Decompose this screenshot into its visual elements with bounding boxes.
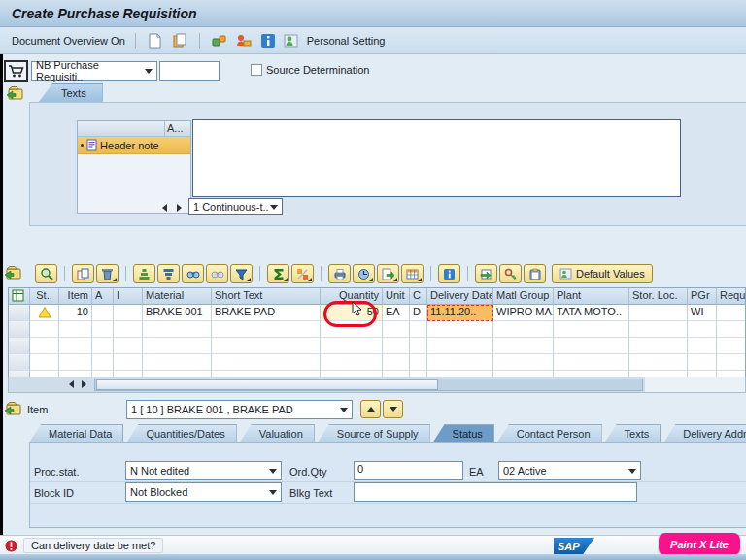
col-header-material[interactable]: Material [143, 288, 212, 305]
cell-plant[interactable]: TATA MOTO.. [554, 305, 629, 321]
table-settings-icon[interactable] [401, 264, 424, 283]
block-id-label-wrap: Block ID [34, 482, 123, 503]
tab-delivery-address[interactable]: Delivery Address [663, 424, 746, 443]
header-note-textarea[interactable] [192, 119, 681, 197]
table-row[interactable]: 10 BRAKE 001 BRAKE PAD 50 EA D 11.11.20.… [9, 305, 745, 321]
col-header-quantity[interactable]: Quantity [321, 288, 383, 305]
sort-ascending-icon[interactable] [133, 264, 155, 283]
export-icon[interactable] [377, 264, 399, 283]
ord-qty-input[interactable]: 0 [354, 461, 463, 480]
cell-item[interactable]: 10 [59, 305, 92, 321]
tab-material-data[interactable]: Material Data [29, 424, 123, 443]
copy-document-icon[interactable] [170, 31, 189, 50]
blkg-text-input[interactable] [354, 482, 637, 502]
sum-icon[interactable] [267, 264, 289, 283]
col-header-status[interactable]: St.. [30, 288, 59, 305]
item-overview-collapse-icon[interactable] [2, 263, 23, 282]
filter-icon[interactable] [230, 264, 253, 283]
info-icon[interactable] [258, 31, 278, 50]
info-icon[interactable] [438, 264, 460, 283]
previous-item-icon[interactable] [360, 400, 381, 418]
select-all-icon[interactable] [9, 288, 30, 305]
document-overview-button[interactable]: Document Overview On [12, 35, 125, 47]
item-detail-collapse-icon[interactable] [2, 399, 23, 418]
col-header-short-text[interactable]: Short Text [212, 288, 321, 305]
a-column-header: A... [164, 121, 190, 136]
tab-valuation[interactable]: Valuation [240, 424, 315, 443]
table-row-empty[interactable] [9, 338, 745, 354]
tab-texts[interactable]: Texts [605, 424, 661, 443]
col-header-item[interactable]: Item [59, 288, 92, 305]
scrollbar-track[interactable] [94, 379, 643, 391]
lock-settings-icon[interactable] [499, 264, 522, 283]
cell-delivery-date[interactable]: 11.11.20.. [427, 305, 493, 321]
tab-status[interactable]: Status [433, 424, 494, 443]
tab-quantities-dates[interactable]: Quantities/Dates [126, 424, 236, 443]
cell-requi[interactable] [717, 305, 746, 321]
table-row-empty[interactable] [9, 321, 745, 338]
row-select-cell[interactable] [9, 305, 30, 321]
table-row-empty[interactable] [9, 354, 745, 371]
list-item-header-note[interactable]: Header note [78, 137, 190, 154]
pager-right-icon[interactable] [173, 200, 186, 214]
status-network-icon[interactable] [210, 31, 229, 50]
col-header-c[interactable]: C [410, 288, 427, 305]
default-values-button[interactable]: Default Values [552, 264, 653, 283]
cell-unit[interactable]: EA [383, 305, 410, 321]
subtotal-icon[interactable] [291, 264, 314, 283]
cell-pgr[interactable]: WI [688, 305, 717, 321]
scrollbar-thumb[interactable] [96, 379, 438, 390]
active-status-select[interactable]: 02 Active [498, 461, 641, 480]
print-icon[interactable] [328, 264, 351, 283]
print-preview-icon[interactable] [353, 264, 375, 283]
document-type-select[interactable]: NB Purchase Requisiti.. [31, 61, 157, 81]
cell-stor-loc[interactable] [629, 305, 688, 321]
tab-texts-header[interactable]: Texts [39, 83, 103, 102]
cell-short-text[interactable]: BRAKE PAD [212, 305, 321, 321]
col-header-delivery-date[interactable]: Delivery Date [427, 288, 493, 305]
create-document-icon[interactable] [146, 31, 165, 50]
tab-contact-person[interactable]: Contact Person [497, 424, 602, 443]
search-icon[interactable] [182, 264, 204, 283]
personal-setting-label[interactable]: Personal Setting [307, 35, 386, 47]
blkg-text-label-wrap: Blkg Text [289, 482, 332, 503]
document-number-input[interactable] [159, 61, 220, 81]
col-header-i[interactable]: I [114, 288, 143, 305]
col-header-matl-group[interactable]: Matl Group [493, 288, 554, 305]
personal-setting-icon[interactable] [283, 31, 302, 50]
tab-source-of-supply[interactable]: Source of Supply [318, 424, 430, 443]
cell-i[interactable] [114, 305, 143, 321]
col-header-pgr[interactable]: PGr [688, 288, 717, 305]
col-header-plant[interactable]: Plant [554, 288, 629, 305]
detail-icon[interactable] [35, 264, 57, 283]
source-determination-checkbox[interactable] [251, 64, 262, 76]
messages-icon[interactable] [234, 31, 254, 50]
cell-material[interactable]: BRAKE 001 [143, 305, 212, 321]
search-next-icon[interactable] [206, 264, 228, 283]
cell-matl-group[interactable]: WIPRO MA.. [493, 305, 554, 321]
scroll-left-icon[interactable] [65, 378, 78, 392]
scroll-right-icon[interactable] [78, 378, 90, 392]
delete-item-icon[interactable] [96, 264, 119, 283]
text-type-select[interactable]: 1 Continuous-t.. [188, 198, 283, 215]
shopping-cart-icon[interactable] [4, 60, 28, 82]
insert-row-icon[interactable] [475, 264, 497, 283]
pager-left-icon[interactable] [158, 200, 171, 214]
col-header-a[interactable]: A [92, 288, 114, 305]
item-selector[interactable]: 1 [ 10 ] BRAKE 001 , BRAKE PAD [126, 400, 353, 419]
copy-item-icon[interactable] [72, 264, 94, 283]
col-header-requi[interactable]: Requi [717, 288, 746, 305]
proc-stat-select[interactable]: N Not edited [125, 461, 282, 480]
next-item-icon[interactable] [383, 400, 403, 418]
header-expand-icon[interactable] [4, 83, 25, 103]
clipboard-icon[interactable] [524, 264, 546, 283]
col-header-unit[interactable]: Unit [383, 288, 410, 305]
cell-c[interactable]: D [410, 305, 427, 321]
cell-quantity[interactable]: 50 [321, 305, 383, 321]
col-header-stor-loc[interactable]: Stor. Loc. [629, 288, 688, 305]
item-detail-tabs: Material Data Quantities/Dates Valuation… [29, 423, 746, 443]
sap-window: Create Purchase Requisition Document Ove… [0, 0, 746, 560]
sort-descending-icon[interactable] [157, 264, 180, 283]
cell-a[interactable] [92, 305, 114, 321]
block-id-select[interactable]: Not Blocked [125, 482, 282, 502]
